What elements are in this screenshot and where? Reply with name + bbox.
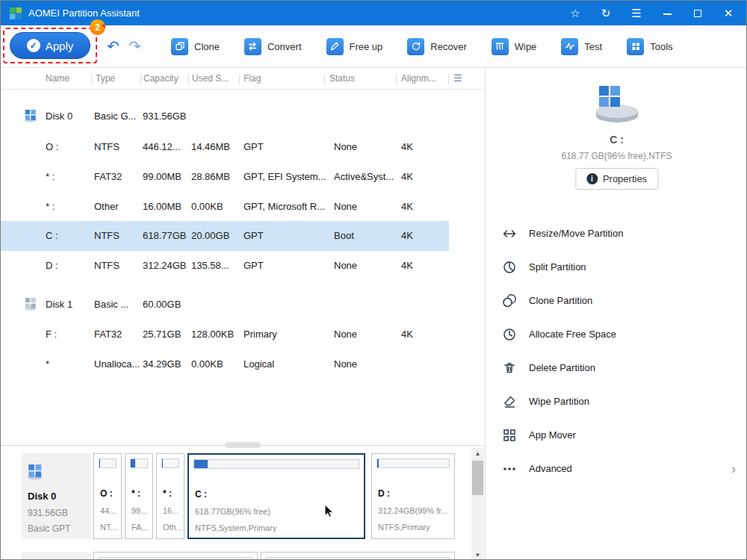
cell-status: None — [334, 251, 357, 281]
column-name[interactable]: Name — [46, 73, 69, 84]
cell-align: 4K — [401, 192, 413, 222]
table-header: Name Type Capacity Used S... Flag Status… — [1, 68, 485, 90]
partition-capacity: 312.24GB(99% fr... — [378, 506, 452, 515]
redo-button[interactable]: ↷ — [128, 37, 141, 56]
column-capacity[interactable]: Capacity — [143, 73, 179, 84]
partition-capacity: 99... — [131, 506, 150, 515]
toolbar-button-label: Clone — [194, 41, 220, 52]
favorite-star-icon[interactable]: ☆ — [569, 7, 581, 20]
cell-used: 28.86MB — [191, 162, 230, 192]
table-row-disk0[interactable]: Disk 0 Basic G... 931.56GB — [1, 102, 449, 131]
splitter-handle[interactable] — [225, 442, 261, 448]
column-type[interactable]: Type — [96, 73, 115, 84]
cell-used: 135.58... — [191, 251, 229, 281]
info-icon: i — [586, 173, 598, 184]
table-row-unallocated[interactable]: * Unalloca... 34.29GB 0.00KB Logical Non… — [1, 349, 449, 379]
partition-card-partial[interactable] — [261, 552, 455, 560]
toolbar-button-label: Tools — [650, 41, 672, 52]
column-flag[interactable]: Flag — [244, 73, 261, 84]
cell-used: 0.00KB — [191, 349, 223, 379]
apply-label: Apply — [46, 40, 74, 52]
menu-item-wipe-partition[interactable]: Wipe Partition — [486, 385, 747, 418]
refresh-icon[interactable]: ↻ — [600, 7, 612, 20]
clone-button[interactable]: Clone — [171, 38, 220, 55]
selected-partition-icon — [592, 84, 642, 125]
scroll-down-button[interactable]: ▼ — [471, 550, 484, 560]
menu-item-app-mover[interactable]: App Mover — [486, 418, 747, 452]
test-icon — [561, 38, 578, 55]
table-row-O[interactable]: O : NTFS 446.12... 14.46MB GPT None 4K — [1, 132, 449, 162]
scrollbar-thumb[interactable] — [472, 461, 483, 495]
disk1-card-partial[interactable] — [22, 552, 91, 560]
table-row-efi[interactable]: * : FAT32 99.00MB 28.86MB GPT, EFI Syste… — [1, 162, 449, 192]
tools-button[interactable]: Tools — [627, 38, 672, 55]
partition-card-efi[interactable]: * : 99... FA... — [125, 453, 153, 539]
cell-status: None — [334, 192, 357, 222]
properties-button[interactable]: i Properties — [575, 168, 658, 190]
table-row-msr[interactable]: * : Other 16.00MB 0.00KB GPT, Microsoft … — [1, 192, 449, 222]
cell-type: Basic ... — [94, 290, 128, 320]
partition-name: D : — [378, 488, 390, 499]
partition-capacity: 16... — [163, 506, 182, 515]
undo-button[interactable]: ↶ — [107, 37, 120, 56]
test-button[interactable]: Test — [561, 38, 602, 55]
column-align[interactable]: Alignm... — [401, 73, 436, 84]
partition-filesystem: FA... — [131, 523, 150, 532]
partition-card-partial[interactable] — [93, 552, 258, 560]
menu-item-clone-partition[interactable]: Clone Partition — [486, 284, 747, 317]
recover-button[interactable]: Recover — [407, 38, 466, 55]
column-settings-icon[interactable]: ☰ — [453, 72, 462, 84]
minimize-button[interactable] — [661, 7, 673, 19]
tools-icon — [627, 38, 644, 55]
disk-icon — [24, 109, 37, 122]
disk-card-capacity: 931.56GB — [28, 508, 68, 518]
cell-flag: GPT, Microsoft R... — [244, 192, 325, 222]
cell-type: FAT32 — [94, 162, 122, 192]
menu-item-label: Allocate Free Space — [529, 329, 616, 340]
convert-button[interactable]: Convert — [244, 38, 302, 55]
menu-item-advanced[interactable]: Advanced › — [486, 452, 747, 485]
cell-capacity: 34.29GB — [143, 349, 181, 379]
cell-flag: GPT, EFI System... — [244, 162, 326, 192]
allocate-icon — [502, 327, 517, 342]
partition-card-C-selected[interactable]: C : 618.77GB(96% free) NTFS,System,Prima… — [187, 453, 365, 539]
menu-item-label: Clone Partition — [529, 295, 592, 306]
hamburger-menu-icon[interactable]: ☰ — [630, 7, 642, 20]
toolbar-button-label: Convert — [267, 41, 302, 52]
menu-item-label: Resize/Move Partition — [529, 228, 623, 239]
table-row-F[interactable]: F : FAT32 25.71GB 128.00KB Primary None … — [1, 320, 449, 349]
partition-card-msr[interactable]: * : 16... Oth... — [156, 453, 185, 539]
free-up-icon — [326, 38, 344, 55]
column-used[interactable]: Used S... — [192, 73, 229, 84]
menu-item-split-partition[interactable]: Split Partition — [486, 250, 747, 284]
scroll-up-button[interactable]: ▲ — [471, 448, 484, 459]
app-mover-icon — [502, 428, 517, 443]
close-button[interactable]: ✕ — [722, 7, 734, 20]
table-row-disk1[interactable]: Disk 1 Basic ... 60.00GB — [1, 290, 449, 320]
cell-name: F : — [46, 320, 57, 349]
apply-button[interactable]: ✓ Apply — [10, 32, 90, 59]
wipe-button[interactable]: Wipe — [492, 38, 537, 55]
column-status[interactable]: Status — [329, 73, 355, 84]
table-row-D[interactable]: D : NTFS 312.24GB 135.58... GPT None 4K — [1, 251, 449, 281]
partition-name: C : — [195, 489, 207, 500]
menu-item-allocate-free-space[interactable]: Allocate Free Space — [486, 317, 747, 351]
partition-card-O[interactable]: O : 44... NT... — [93, 453, 122, 539]
cell-capacity: 931.56GB — [143, 102, 187, 131]
delete-icon — [502, 361, 517, 376]
capacity-bar — [376, 458, 450, 468]
partition-card-D[interactable]: D : 312.24GB(99% fr... NTFS,Primary — [371, 453, 455, 539]
menu-item-resize-move-partition[interactable]: Resize/Move Partition — [486, 217, 747, 250]
vertical-scrollbar[interactable]: ▲ ▼ — [471, 448, 484, 560]
cell-used: 20.00GB — [191, 221, 229, 251]
cell-name: O : — [46, 132, 58, 162]
table-row-C-selected[interactable]: C : NTFS 618.77GB 20.00GB GPT Boot 4K — [1, 221, 449, 251]
menu-item-delete-partition[interactable]: Delete Partition — [486, 351, 747, 385]
clone-partition-icon — [502, 293, 517, 308]
window-title: AOMEI Partition Assistant — [28, 7, 140, 19]
device-name: C : — [486, 134, 747, 146]
titlebar: AOMEI Partition Assistant ☆ ↻ ☰ ✕ — [1, 1, 746, 25]
disk0-card[interactable]: Disk 0 931.56GB Basic GPT — [22, 453, 91, 539]
maximize-button[interactable] — [692, 7, 704, 19]
free-up-button[interactable]: Free up — [326, 38, 383, 55]
